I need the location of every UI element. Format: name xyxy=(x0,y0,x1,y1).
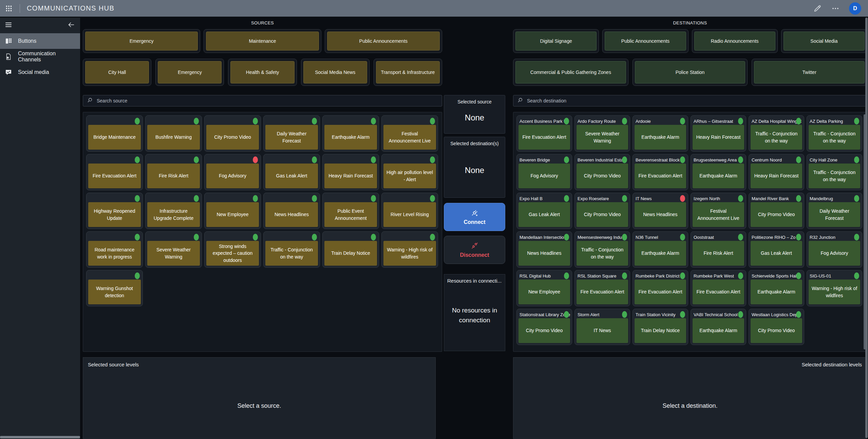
destination-tile-schiervelde-sports-hal[interactable]: Schiervelde Sports HalEarthquake Alarm xyxy=(749,270,804,306)
destination-search[interactable] xyxy=(513,95,867,107)
destination-name: Beverensestraat Block xyxy=(635,157,686,163)
source-tile-festival-announcement-live[interactable]: Festival Announcement Live xyxy=(381,115,438,152)
destination-tile-izegem-north[interactable]: Izegem NorthFestival Announcement Live xyxy=(691,193,746,229)
source-tile-infrastructure-upgrade-complete[interactable]: Infrastructure Upgrade Complete xyxy=(145,193,202,229)
destination-tile-city-hall-zone[interactable]: City Hall ZoneTraffic - Conjunction on t… xyxy=(807,154,862,190)
source-filter-button-health-safety[interactable]: Health & Safety xyxy=(228,59,297,86)
destination-tile-rumbeke-park-west[interactable]: Rumbeke Park WestFire Evacuation Alert xyxy=(691,270,746,306)
sidebar-item-social-media[interactable]: Social media xyxy=(0,64,80,80)
app-launcher-icon[interactable] xyxy=(5,5,12,12)
source-tile-strong-winds-expected-caution-outdoors[interactable]: Strong winds expected – caution outdoors xyxy=(204,231,261,268)
source-tile-warning-high-risk-of-wildfires[interactable]: Warning - High risk of wildfires xyxy=(381,231,438,268)
source-tile-fire-evacuation-alert[interactable]: Fire Evacuation Alert xyxy=(86,154,143,190)
source-tile-road-maintenance-work-in-progress[interactable]: Road maintenance work in progress xyxy=(86,231,143,268)
destination-tile-expo-roeselare[interactable]: Expo RoeselareCity Promo Video xyxy=(574,193,630,229)
destination-tile-it-news[interactable]: IT NewsNews Headlines xyxy=(633,193,688,229)
destination-tile-expo-hall-b[interactable]: Expo Hall BGas Leak Alert xyxy=(516,193,572,229)
collapse-back-arrow-icon[interactable] xyxy=(68,21,75,28)
destination-tile-ooststraat[interactable]: OoststraatFire Risk Alert xyxy=(691,231,746,268)
source-category-button-public-announcements[interactable]: Public Announcements xyxy=(325,29,442,53)
source-tile-earthquake-alarm[interactable]: Earthquake Alarm xyxy=(322,115,379,152)
destination-tile-accent-business-park-u[interactable]: Accent Business Park UFire Evacuation Al… xyxy=(516,115,572,152)
selected-destinations-box: Selected destination(s) None xyxy=(444,137,505,198)
destination-tile-stationstraat-library-zone[interactable]: Stationstraat Library ZoneCity Promo Vid… xyxy=(516,309,572,345)
source-filter-button-city-hall[interactable]: City Hall xyxy=(83,59,151,86)
source-tile-public-event-announcement[interactable]: Public Event Announcement xyxy=(322,193,379,229)
source-tile-heavy-rain-forecast[interactable]: Heavy Rain Forecast xyxy=(322,154,379,190)
destination-category-button-public-announcements[interactable]: Public Announcements xyxy=(602,29,688,53)
disconnect-button[interactable]: Disconnect xyxy=(444,236,505,264)
source-tile-bushfire-warning[interactable]: Bushfire Warning xyxy=(145,115,202,152)
destination-tile-centrum-noord[interactable]: Centrum NoordHeavy Rain Forecast xyxy=(749,154,804,190)
destination-tile-brugsesteenweg-area[interactable]: Brugsesteenweg AreaEarthquake Alarm xyxy=(691,154,746,190)
connect-button[interactable]: Connect xyxy=(444,203,505,231)
source-tile-warning-gunshot-detection[interactable]: Warning Gunshot detection xyxy=(86,270,143,306)
source-tile-daily-weather-forecast[interactable]: Daily Weather Forecast xyxy=(263,115,320,152)
source-tile-news-headlines[interactable]: News Headlines xyxy=(263,193,320,229)
destination-tile-mandelbrug[interactable]: MandelbrugDaily Weather Forecast xyxy=(807,193,862,229)
source-tile-fire-risk-alert[interactable]: Fire Risk Alert xyxy=(145,154,202,190)
destination-tile-beveren-industrial-esta[interactable]: Beveren Industrial EstaCity Promo Video xyxy=(574,154,630,190)
destination-tile-rumbeke-park-district[interactable]: Rumbeke Park DistrictFire Evacuation Ale… xyxy=(633,270,688,306)
destination-tile-beveren-bridge[interactable]: Beveren BridgeFog Advisory xyxy=(516,154,572,190)
source-filter-button-transport-infrastructure[interactable]: Transport & Infrastructure xyxy=(374,59,442,86)
tile-header xyxy=(88,272,141,280)
source-filter-button-emergency[interactable]: Emergency xyxy=(155,59,224,86)
edit-icon[interactable] xyxy=(813,4,822,13)
source-tile-highway-reopened-update[interactable]: Highway Reopened Update xyxy=(86,193,143,229)
search-source-input[interactable] xyxy=(96,98,438,104)
destination-tile-meensesteenweg-indu[interactable]: Meensesteenweg InduTraffic - Conjunction… xyxy=(574,231,630,268)
status-green-icon xyxy=(622,156,627,163)
tile-header: Accent Business Park U xyxy=(518,117,570,125)
destination-tile-rsl-digital-hub[interactable]: RSL Digital HubNew Employee xyxy=(516,270,572,306)
source-tile-traffic-conjunction-on-the-way[interactable]: Traffic - Conjunction on the way xyxy=(263,231,320,268)
destination-filter-button-commercial-public-gathering-zones[interactable]: Commercial & Public Gathering Zones xyxy=(513,59,628,86)
source-tile-fog-advisory[interactable]: Fog Advisory xyxy=(204,154,261,190)
destination-category-button-social-media[interactable]: Social Media xyxy=(781,29,867,53)
destination-tile-sig-us-01[interactable]: SIG-US-01Warning - High risk of wildfire… xyxy=(807,270,862,306)
destination-tile-az-delta-hospital-wing-c[interactable]: AZ Delta Hospital Wing CTraffic - Conjun… xyxy=(749,115,804,152)
destination-filter-button-twitter[interactable]: Twitter xyxy=(752,59,867,86)
destination-category-button-radio-announcements[interactable]: Radio Announcements xyxy=(692,29,778,53)
destination-tile-arhus-gitsestraat[interactable]: ARhus – GitsestraatHeavy Rain Forecast xyxy=(691,115,746,152)
source-search[interactable] xyxy=(83,95,442,107)
source-tile-bridge-maintenance[interactable]: Bridge Maintenance xyxy=(86,115,143,152)
source-tile-severe-weather-warning[interactable]: Severe Weather Warning xyxy=(145,231,202,268)
destination-content: New Employee xyxy=(518,280,570,304)
source-tile-new-employee[interactable]: New Employee xyxy=(204,193,261,229)
destination-tile-n36-tunnel[interactable]: N36 TunnelEarthquake Alarm xyxy=(633,231,688,268)
source-tile-city-promo-video[interactable]: City Promo Video xyxy=(204,115,261,152)
destination-tile-mandel-river-bank[interactable]: Mandel River BankCity Promo Video xyxy=(749,193,804,229)
destination-tile-politiezone-riho-zo[interactable]: Politiezone RIHO – ZoGas Leak Alert xyxy=(749,231,804,268)
destination-filter-button-police-station[interactable]: Police Station xyxy=(633,59,748,86)
sidebar-item-communication-channels[interactable]: Communication Channels xyxy=(0,49,80,64)
destination-tile-westlaan-logistics-dept[interactable]: Westlaan Logistics DeptCity Promo Video xyxy=(749,309,804,345)
destination-tile-az-delta-parking[interactable]: AZ Delta ParkingTraffic - Conjunction on… xyxy=(807,115,862,152)
source-tile-gas-leak-alert[interactable]: Gas Leak Alert xyxy=(263,154,320,190)
vertical-scrollbar-thumb[interactable] xyxy=(865,18,868,438)
source-tile-train-delay-notice[interactable]: Train Delay Notice xyxy=(322,231,379,268)
destination-tile-beverensestraat-block[interactable]: Beverensestraat BlockFire Evacuation Ale… xyxy=(633,154,688,190)
destination-tile-vabi-technical-school[interactable]: VABI Technical SchoolEarthquake Alarm xyxy=(691,309,746,345)
more-options-icon[interactable] xyxy=(831,4,839,13)
source-category-button-maintenance[interactable]: Maintenance xyxy=(204,29,321,53)
status-green-icon xyxy=(796,195,801,202)
horizontal-scrollbar-thumb[interactable] xyxy=(0,436,80,438)
destination-category-button-digital-signage[interactable]: Digital Signage xyxy=(513,29,599,53)
avatar[interactable]: D xyxy=(849,2,861,15)
destination-tile-mandellaan-intersectio[interactable]: Mandellaan IntersectioNews Headlines xyxy=(516,231,572,268)
destination-tile-ardo-factory-route[interactable]: Ardo Factory RouteSevere Weather Warning xyxy=(574,115,630,152)
sidebar-item-buttons[interactable]: Buttons xyxy=(0,33,80,49)
destination-tile-train-station-vicinity[interactable]: Train Station VicinityTrain Delay Notice xyxy=(633,309,688,345)
tile-header xyxy=(147,156,200,164)
source-category-button-emergency[interactable]: Emergency xyxy=(83,29,200,53)
search-destination-input[interactable] xyxy=(526,98,863,104)
source-filter-button-social-media-news[interactable]: Social Media News xyxy=(301,59,370,86)
source-tile-river-level-rising[interactable]: River Level Rising xyxy=(381,193,438,229)
source-tile-high-air-pollution-level-alert[interactable]: High air pollution level - Alert xyxy=(381,154,438,190)
destination-tile-storm-alert[interactable]: Storm AlertIT News xyxy=(574,309,630,345)
hamburger-menu-icon[interactable] xyxy=(5,21,12,28)
destination-tile-rsl-station-square[interactable]: RSL Station SquareFire Evacuation Alert xyxy=(574,270,630,306)
destination-tile-r32-junction[interactable]: R32 JunctionFog Advisory xyxy=(807,231,862,268)
destination-tile-ardooie[interactable]: ArdooieEarthquake Alarm xyxy=(633,115,688,152)
